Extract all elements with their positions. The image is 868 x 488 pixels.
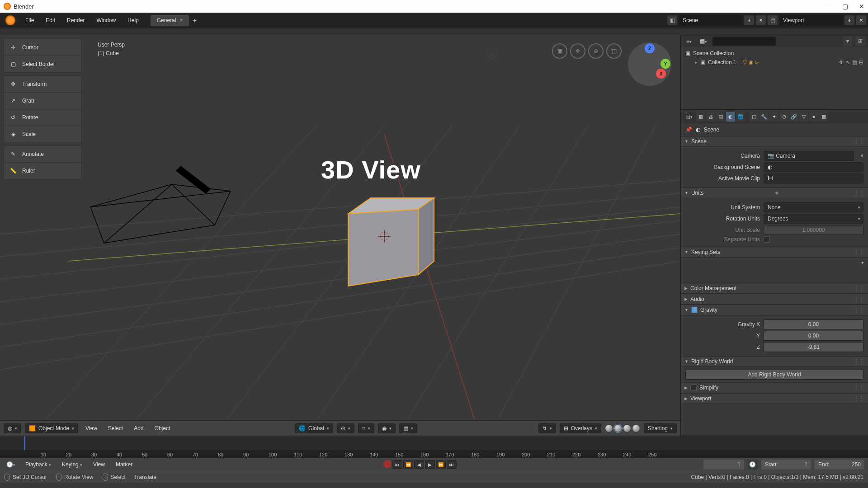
timeline-menu-marker[interactable]: Marker: [112, 460, 136, 469]
nav-camera-icon[interactable]: ▣: [552, 43, 567, 59]
prop-tab-render[interactable]: ▦: [696, 112, 705, 122]
outliner-display-mode[interactable]: ▦▾: [697, 37, 710, 45]
nav-gizmo[interactable]: Z Y X: [628, 42, 671, 86]
keyframe-prev-button[interactable]: ⏪: [403, 460, 413, 469]
nav-axis-y[interactable]: Y: [660, 59, 670, 69]
vp-menu-select[interactable]: Select: [104, 423, 127, 433]
unit-system-field[interactable]: None: [764, 202, 863, 212]
gravity-x-field[interactable]: 0.00: [764, 319, 863, 329]
exclude-icon[interactable]: ▦: [852, 59, 857, 66]
prop-tab-object[interactable]: ▢: [750, 112, 759, 122]
selectable-icon[interactable]: ↖: [846, 59, 850, 66]
tool-scale[interactable]: ◈Scale: [4, 126, 81, 143]
holdout-icon[interactable]: ⊟: [859, 59, 863, 66]
timeline-menu-view[interactable]: View: [90, 460, 108, 469]
proportional-dropdown[interactable]: ◉▾: [378, 423, 396, 433]
chevron-right-icon[interactable]: ▸: [695, 60, 698, 65]
vp-menu-view[interactable]: View: [82, 423, 101, 433]
autokey-record-button[interactable]: [383, 460, 392, 468]
panel-color-management-header[interactable]: ▶Color Management⋮⋮: [681, 283, 868, 294]
prop-tab-scene[interactable]: ◐: [726, 112, 735, 122]
tool-rotate[interactable]: ↺Rotate: [4, 109, 81, 126]
viewport-canvas[interactable]: [0, 35, 680, 420]
bg-scene-field[interactable]: ◐: [764, 162, 863, 172]
jump-start-button[interactable]: ⏮: [392, 460, 402, 469]
panel-viewport-header[interactable]: ▶Viewport⋮⋮: [681, 393, 868, 404]
outliner-new-collection-icon[interactable]: ⊞: [855, 36, 865, 46]
overlays-dropdown[interactable]: ⊞ Overlays ▾: [560, 423, 601, 433]
prop-tab-material[interactable]: ●: [809, 112, 818, 122]
mode-dropdown[interactable]: 🟧 Object Mode ▾: [25, 423, 78, 433]
properties-editor-type[interactable]: ▤▾: [683, 113, 695, 121]
nav-axis-x[interactable]: X: [656, 69, 666, 79]
add-rigidbody-button[interactable]: Add Rigid Body World: [685, 370, 863, 380]
snap-dropdown[interactable]: ⌗▾: [358, 423, 374, 433]
start-frame-field[interactable]: Start:1: [761, 460, 811, 469]
prop-tab-output[interactable]: 🖨: [706, 112, 715, 122]
viewlayer-icon[interactable]: ▤: [768, 15, 778, 25]
maximize-button[interactable]: ▢: [842, 3, 848, 10]
visibility-icon[interactable]: 👁: [839, 59, 844, 66]
panel-units-header[interactable]: ▼Units★⋮⋮: [681, 188, 868, 198]
menu-window[interactable]: Window: [91, 14, 121, 26]
menu-file[interactable]: File: [20, 14, 39, 26]
shading-rendered-icon[interactable]: [632, 424, 640, 432]
orientation-dropdown[interactable]: 🌐 Global ▾: [295, 423, 333, 433]
minimize-button[interactable]: —: [825, 3, 831, 10]
tool-annotate[interactable]: ✎Annotate: [4, 145, 81, 163]
collections-vis-dropdown[interactable]: ▦▾: [399, 423, 417, 433]
timeline-editor-type[interactable]: 🕐▾: [4, 460, 18, 469]
shading-wireframe-icon[interactable]: [605, 424, 613, 432]
simplify-enable-checkbox[interactable]: [690, 385, 697, 391]
nav-pan-icon[interactable]: ✥: [570, 43, 585, 59]
outliner-collection-1[interactable]: ▸ ▣ Collection 1 ▽ ◉ ▻ 👁 ↖ ▦ ⊟: [684, 58, 865, 67]
timeline-track[interactable]: 1 10203040506070809010011012013014015016…: [0, 436, 868, 458]
separate-units-checkbox[interactable]: [764, 236, 770, 243]
nav-zoom-icon[interactable]: ⊕: [588, 43, 604, 59]
nav-ortho-icon[interactable]: ◫: [606, 43, 622, 59]
menu-edit[interactable]: Edit: [40, 14, 61, 26]
outliner-filter-icon[interactable]: ▼: [843, 36, 853, 46]
tool-ruler[interactable]: 📏Ruler: [4, 163, 81, 179]
gravity-y-field[interactable]: 0.00: [764, 331, 863, 341]
viewlayer-remove-button[interactable]: ×: [856, 15, 866, 25]
panel-rigidbody-header[interactable]: ▼Rigid Body World⋮⋮: [681, 356, 868, 367]
pin-icon[interactable]: 📌: [685, 127, 692, 133]
gravity-z-field[interactable]: -9.81: [764, 342, 863, 352]
play-button[interactable]: ▶: [425, 460, 435, 469]
timeline-menu-keying[interactable]: Keying ▾: [58, 460, 86, 469]
blender-logo-icon[interactable]: [5, 15, 15, 25]
units-preset-icon[interactable]: ★: [774, 190, 779, 196]
3d-viewport[interactable]: ✛Cursor ▢Select Border ✥Transform ↗Grab …: [0, 35, 680, 420]
viewlayer-name-field[interactable]: Viewport: [779, 15, 843, 26]
panel-simplify-header[interactable]: ▶Simplify⋮⋮: [681, 382, 868, 393]
panel-keying-header[interactable]: ▼Keying Sets⋮⋮: [681, 247, 868, 258]
vp-menu-object[interactable]: Object: [151, 423, 174, 433]
camera-clear-button[interactable]: ×: [860, 153, 863, 159]
editor-type-dropdown[interactable]: ◍▾: [4, 423, 21, 433]
pivot-dropdown[interactable]: ⊙▾: [337, 423, 354, 433]
scene-icon[interactable]: ◧: [667, 15, 677, 25]
current-frame-field[interactable]: 1: [703, 460, 744, 469]
prop-tab-modifiers[interactable]: 🔧: [760, 112, 769, 122]
shading-dropdown[interactable]: Shading ▾: [644, 423, 677, 433]
shading-lookdev-icon[interactable]: [623, 424, 631, 432]
gravity-enable-checkbox[interactable]: [691, 307, 698, 313]
workspace-tab-general[interactable]: General ×: [151, 15, 189, 26]
outliner-editor-type[interactable]: ≡▾: [684, 37, 694, 45]
prop-tab-viewlayer[interactable]: ▤: [716, 112, 725, 122]
panel-scene-header[interactable]: ▼Scene⋮⋮: [681, 136, 868, 147]
workspace-add-button[interactable]: +: [193, 17, 196, 24]
timeline-menu-playback[interactable]: Playback ▾: [22, 460, 55, 469]
viewlayer-add-button[interactable]: +: [844, 15, 854, 25]
prop-tab-particles[interactable]: ✦: [769, 112, 778, 122]
play-reverse-button[interactable]: ◀: [414, 460, 424, 469]
outliner-search-input[interactable]: [712, 37, 776, 46]
tool-select-border[interactable]: ▢Select Border: [4, 56, 81, 73]
menu-render[interactable]: Render: [61, 14, 90, 26]
scene-add-button[interactable]: +: [744, 15, 754, 25]
prop-tab-world[interactable]: 🌐: [736, 112, 745, 122]
close-button[interactable]: ✕: [859, 3, 864, 10]
prop-tab-physics[interactable]: ⊙: [779, 112, 788, 122]
tool-cursor[interactable]: ✛Cursor: [4, 39, 81, 56]
